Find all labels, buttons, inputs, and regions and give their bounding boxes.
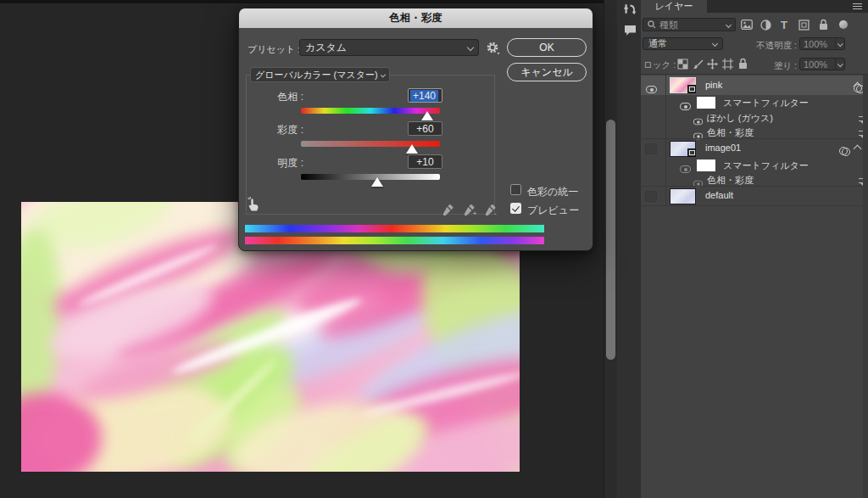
filter-name[interactable]: 色相・彩度 xyxy=(707,126,754,139)
light-value: +10 xyxy=(416,156,433,168)
chevron-down-icon xyxy=(712,41,718,47)
fill-input[interactable]: 100% xyxy=(799,58,845,70)
colorize-label: 色彩の統一 xyxy=(527,185,578,199)
filter-row-huesat[interactable]: 色相・彩度 xyxy=(641,172,863,186)
dialog-title-bar[interactable]: 色相・彩度 xyxy=(239,8,593,28)
layer-row-image01[interactable]: image01 xyxy=(641,139,863,158)
targeted-adjustment-hand-icon[interactable] xyxy=(246,196,262,212)
layer-thumbnail[interactable] xyxy=(670,188,696,204)
visibility-eye-icon[interactable] xyxy=(680,103,691,110)
lock-transparent-icon[interactable] xyxy=(677,59,688,70)
eyedropper-icon[interactable] xyxy=(442,204,454,216)
properties-panel-icon[interactable] xyxy=(624,3,637,16)
pixel-layer-filter-icon[interactable] xyxy=(741,20,753,30)
preset-select[interactable]: カスタム xyxy=(299,39,479,56)
smart-filter-indicator-icon[interactable] xyxy=(839,147,849,155)
layer-row-default[interactable]: default xyxy=(641,187,863,205)
layer-name[interactable]: image01 xyxy=(705,143,741,153)
blend-mode-select[interactable]: 通常 xyxy=(643,37,723,50)
divider xyxy=(641,205,863,206)
lock-paint-icon[interactable] xyxy=(693,59,704,70)
cancel-button[interactable]: キャンセル xyxy=(507,63,587,81)
smart-object-filter-icon[interactable] xyxy=(818,19,829,31)
cancel-label: キャンセル xyxy=(520,65,572,80)
smart-object-badge-icon xyxy=(687,85,696,93)
visibility-eye-empty[interactable] xyxy=(645,191,657,202)
lock-move-icon[interactable] xyxy=(707,59,718,70)
fill-value: 100% xyxy=(804,59,827,70)
collapse-filters-icon[interactable] xyxy=(854,145,862,154)
opacity-input[interactable]: 100% xyxy=(799,37,845,50)
adjustment-layer-filter-icon[interactable] xyxy=(760,20,771,31)
tab-layers-label: レイヤー xyxy=(655,0,693,13)
light-label: 明度 : xyxy=(256,156,303,171)
sat-slider-thumb[interactable] xyxy=(406,144,418,154)
light-slider[interactable] xyxy=(301,174,440,191)
layer-name[interactable]: default xyxy=(705,190,733,200)
tab-layers[interactable]: レイヤー xyxy=(641,0,707,13)
lock-all-icon[interactable] xyxy=(737,58,748,70)
add-eyedropper-icon[interactable]: + xyxy=(463,204,477,216)
light-input[interactable]: +10 xyxy=(408,154,442,169)
subtract-eyedropper-icon[interactable]: - xyxy=(484,204,498,216)
type-layer-filter-icon[interactable]: T xyxy=(781,19,787,31)
sat-label: 彩度 : xyxy=(256,123,303,137)
hue-ramp-before xyxy=(245,225,544,232)
visibility-eye-empty[interactable] xyxy=(645,143,657,154)
shape-layer-filter-icon[interactable] xyxy=(798,20,810,31)
opacity-label: 不透明度 : xyxy=(729,40,797,52)
layer-row-pink[interactable]: pink xyxy=(641,76,863,95)
hue-saturation-dialog: 色相・彩度 プリセット : カスタム OK キャンセル グローバルカラー (マス… xyxy=(238,8,593,251)
svg-text:+: + xyxy=(473,210,476,216)
svg-text:-: - xyxy=(494,210,497,216)
fill-dropdown[interactable] xyxy=(835,59,845,70)
chevron-down-icon xyxy=(837,41,843,46)
opacity-dropdown[interactable] xyxy=(835,38,845,49)
smart-filters-label: スマートフィルター xyxy=(723,97,809,109)
comments-panel-icon[interactable] xyxy=(624,24,637,36)
sat-value: +60 xyxy=(416,123,433,135)
panel-menu-icon[interactable] xyxy=(853,3,862,9)
preset-value: カスタム xyxy=(305,41,347,55)
lock-artboard-icon[interactable] xyxy=(722,59,733,70)
filter-toggle-icon[interactable] xyxy=(839,20,848,29)
dialog-title: 色相・彩度 xyxy=(389,11,442,25)
preview-checkbox[interactable] xyxy=(510,203,521,214)
hue-input[interactable]: +140 xyxy=(408,88,442,103)
scrollbar-track[interactable] xyxy=(604,0,617,498)
smart-filters-row[interactable]: スマートフィルター xyxy=(641,95,863,110)
filter-name[interactable]: 色相・彩度 xyxy=(707,174,754,187)
eye-column-divider xyxy=(665,75,666,206)
ok-button[interactable]: OK xyxy=(507,38,587,57)
sat-input[interactable]: +60 xyxy=(408,121,442,136)
layer-thumbnail[interactable] xyxy=(670,77,696,93)
scrollbar-thumb[interactable] xyxy=(606,120,615,360)
visibility-eye-icon[interactable] xyxy=(646,86,657,93)
preset-options-gear-icon[interactable] xyxy=(486,41,500,55)
fill-label: 塗り : xyxy=(754,60,797,72)
channel-value: グローバルカラー (マスター) xyxy=(255,69,378,81)
smart-filters-row[interactable]: スマートフィルター xyxy=(641,158,863,172)
layers-panel-scroll-track[interactable] xyxy=(863,75,868,498)
preset-label: プリセット : xyxy=(248,43,300,56)
lock-label: ロック : xyxy=(643,59,676,71)
opacity-value: 100% xyxy=(804,39,827,49)
smart-filters-label: スマートフィルター xyxy=(723,159,809,172)
hue-value: +140 xyxy=(410,90,438,102)
colorize-checkbox[interactable] xyxy=(510,184,521,195)
filter-row-blur[interactable]: ぼかし (ガウス) xyxy=(641,110,863,125)
filter-row-huesat[interactable]: 色相・彩度 xyxy=(641,125,863,139)
search-label: 種類 xyxy=(659,19,678,31)
filter-name[interactable]: ぼかし (ガウス) xyxy=(707,112,773,125)
hue-slider-thumb[interactable] xyxy=(421,111,433,120)
smart-filter-mask-thumbnail[interactable] xyxy=(697,97,715,109)
panel-dock-strip xyxy=(617,0,641,498)
smart-filter-mask-thumbnail[interactable] xyxy=(697,159,715,171)
layer-thumbnail[interactable] xyxy=(670,141,696,157)
chevron-down-icon xyxy=(381,72,387,78)
layer-filter-search[interactable]: 種類 xyxy=(643,18,736,31)
light-slider-thumb[interactable] xyxy=(371,177,383,187)
layer-name[interactable]: pink xyxy=(705,80,722,90)
chevron-down-icon xyxy=(467,44,474,51)
channel-select[interactable]: グローバルカラー (マスター) xyxy=(250,67,390,82)
